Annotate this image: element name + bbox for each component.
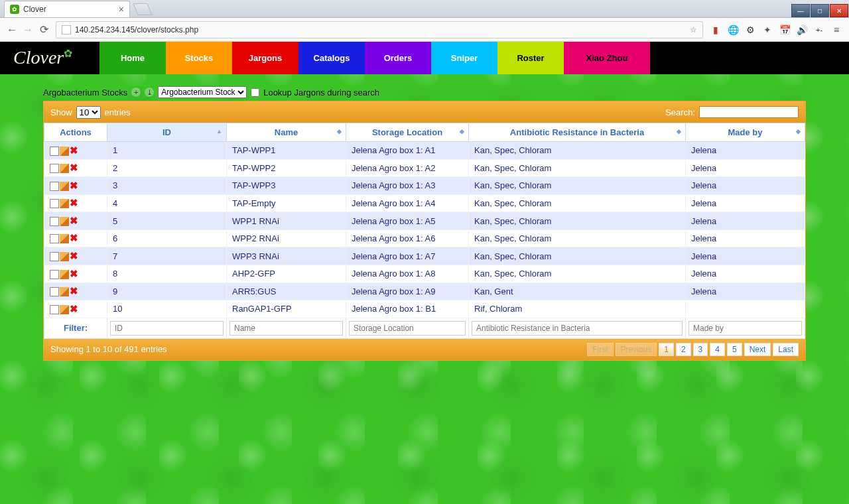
table-row: ✖3TAP-WPP3Jelena Agro box 1: A3Kan, Spec… bbox=[44, 177, 805, 195]
edit-icon[interactable] bbox=[60, 305, 69, 314]
edit-icon[interactable] bbox=[60, 199, 69, 208]
view-icon[interactable] bbox=[50, 182, 59, 191]
cell-id: 8 bbox=[107, 265, 227, 283]
filter-storage[interactable] bbox=[349, 321, 466, 336]
translate-icon[interactable]: 🌐 bbox=[727, 24, 739, 36]
view-icon[interactable] bbox=[50, 217, 59, 226]
search-label: Search: bbox=[665, 107, 695, 117]
entries-select[interactable]: 10 bbox=[76, 106, 101, 119]
delete-icon[interactable]: ✖ bbox=[70, 164, 79, 173]
lookup-jargons-checkbox[interactable] bbox=[251, 88, 259, 97]
import-icon[interactable]: ⤓ bbox=[145, 88, 154, 97]
edit-icon[interactable] bbox=[60, 182, 69, 191]
view-icon[interactable] bbox=[50, 199, 59, 208]
cell-name: TAP-WPP2 bbox=[227, 159, 346, 177]
cell-id: 10 bbox=[107, 300, 227, 318]
actions-cell: ✖ bbox=[44, 300, 107, 318]
delete-icon[interactable]: ✖ bbox=[70, 199, 79, 208]
url-text: 140.254.234.145/clover/stocks.php bbox=[75, 25, 198, 34]
page-5[interactable]: 5 bbox=[727, 343, 742, 356]
filter-name[interactable] bbox=[229, 321, 343, 336]
table-row: ✖5WPP1 RNAiJelena Agro box 1: A5Kan, Spe… bbox=[44, 212, 805, 230]
close-window-button[interactable]: ✕ bbox=[830, 4, 848, 17]
page-1[interactable]: 1 bbox=[659, 343, 674, 356]
page-icon bbox=[62, 25, 71, 34]
maximize-button[interactable]: □ bbox=[811, 4, 829, 17]
page-4[interactable]: 4 bbox=[710, 343, 725, 356]
site-logo[interactable]: Clover✿ bbox=[0, 47, 99, 68]
nav-sniper[interactable]: Sniper bbox=[431, 42, 497, 74]
page-prev[interactable]: Previous bbox=[616, 343, 657, 356]
puzzle-icon[interactable]: ✦ bbox=[761, 24, 773, 36]
delete-icon[interactable]: ✖ bbox=[70, 305, 79, 314]
page-3[interactable]: 3 bbox=[693, 343, 708, 356]
nav-orders[interactable]: Orders bbox=[365, 42, 431, 74]
col-name[interactable]: Name◆ bbox=[227, 123, 346, 142]
nav-user[interactable]: Xiao Zhou bbox=[564, 42, 650, 74]
edit-icon[interactable] bbox=[60, 217, 69, 226]
col-antibiotic[interactable]: Antibiotic Resistance in Bacteria◆ bbox=[469, 123, 686, 142]
edit-icon[interactable] bbox=[60, 252, 69, 261]
page-2[interactable]: 2 bbox=[676, 343, 691, 356]
calendar-icon[interactable]: 📅 bbox=[779, 24, 791, 36]
delete-icon[interactable]: ✖ bbox=[70, 252, 79, 261]
view-icon[interactable] bbox=[50, 252, 59, 261]
reload-button[interactable]: ⟳ bbox=[36, 22, 52, 38]
delete-icon[interactable]: ✖ bbox=[70, 147, 79, 156]
zoom-icon[interactable]: +- bbox=[813, 24, 825, 36]
delete-icon[interactable]: ✖ bbox=[70, 217, 79, 226]
view-icon[interactable] bbox=[50, 147, 59, 156]
stock-type-select[interactable]: Argobacterium Stock bbox=[158, 86, 247, 98]
address-bar[interactable]: 140.254.234.145/clover/stocks.php ☆ bbox=[56, 21, 703, 38]
delete-icon[interactable]: ✖ bbox=[70, 287, 79, 296]
edit-icon[interactable] bbox=[60, 270, 69, 279]
delete-icon[interactable]: ✖ bbox=[70, 234, 79, 243]
edit-icon[interactable] bbox=[60, 147, 69, 156]
tab-close-icon[interactable]: × bbox=[119, 4, 124, 15]
cell-name: WPP2 RNAi bbox=[227, 229, 346, 247]
volume-icon[interactable]: 🔊 bbox=[796, 24, 808, 36]
search-input[interactable] bbox=[699, 106, 799, 118]
window-controls: — □ ✕ bbox=[791, 4, 849, 17]
cell-antibiotic: Kan, Gent bbox=[469, 283, 686, 300]
delete-icon[interactable]: ✖ bbox=[70, 182, 79, 191]
gear-icon[interactable]: ⚙ bbox=[744, 24, 756, 36]
nav-jargons[interactable]: Jargons bbox=[232, 42, 298, 74]
edit-icon[interactable] bbox=[60, 234, 69, 243]
browser-tab[interactable]: ✿ Clover × bbox=[4, 1, 130, 17]
cell-storage: Jelena Agro box 1: A8 bbox=[346, 265, 469, 283]
col-storage[interactable]: Storage Location◆ bbox=[346, 123, 469, 142]
delete-icon[interactable]: ✖ bbox=[70, 270, 79, 279]
ext-icon-1[interactable]: ▮ bbox=[710, 24, 722, 36]
page-next[interactable]: Next bbox=[744, 343, 771, 356]
col-madeby[interactable]: Made by◆ bbox=[686, 123, 805, 142]
filter-madeby[interactable] bbox=[688, 321, 802, 336]
filter-id[interactable] bbox=[110, 321, 224, 336]
minimize-button[interactable]: — bbox=[791, 4, 810, 17]
cell-id: 2 bbox=[107, 159, 227, 177]
cell-id: 9 bbox=[107, 283, 227, 300]
forward-button[interactable]: → bbox=[20, 22, 36, 38]
col-id[interactable]: ID▲ bbox=[107, 123, 227, 142]
add-icon[interactable]: + bbox=[131, 88, 141, 97]
new-tab-button[interactable] bbox=[133, 3, 152, 15]
menu-icon[interactable]: ≡ bbox=[830, 24, 842, 36]
edit-icon[interactable] bbox=[60, 287, 69, 296]
filter-antibiotic[interactable] bbox=[472, 321, 683, 336]
nav-home[interactable]: Home bbox=[99, 42, 166, 74]
view-icon[interactable] bbox=[50, 270, 59, 279]
view-icon[interactable] bbox=[50, 287, 59, 296]
back-button[interactable]: ← bbox=[4, 22, 20, 38]
nav-roster[interactable]: Roster bbox=[497, 42, 564, 74]
view-icon[interactable] bbox=[50, 164, 59, 173]
star-icon[interactable]: ☆ bbox=[690, 25, 697, 34]
view-icon[interactable] bbox=[50, 234, 59, 243]
view-icon[interactable] bbox=[50, 305, 59, 314]
page-first[interactable]: First bbox=[587, 343, 613, 356]
nav-stocks[interactable]: Stocks bbox=[166, 42, 232, 74]
data-table-wrapper: Show 10 entries Search: Actions ID▲ Name… bbox=[43, 101, 806, 361]
nav-catalogs[interactable]: Catalogs bbox=[298, 42, 365, 74]
edit-icon[interactable] bbox=[60, 164, 69, 173]
cell-id: 4 bbox=[107, 194, 227, 212]
page-last[interactable]: Last bbox=[773, 343, 799, 356]
